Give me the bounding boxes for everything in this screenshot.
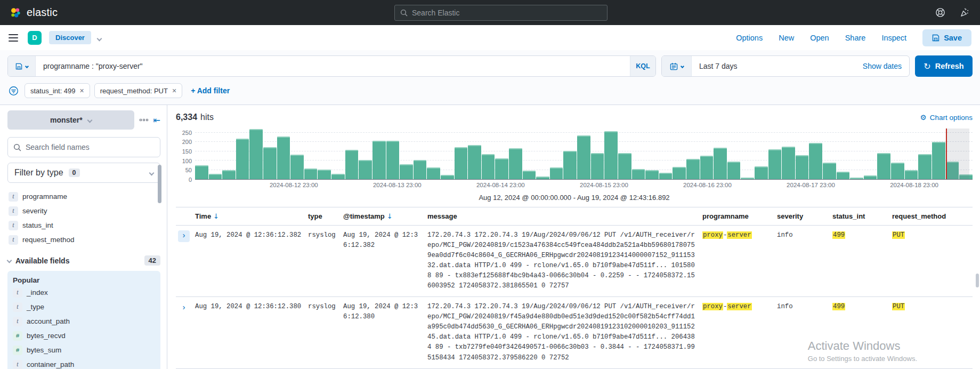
refresh-button[interactable]: ↻ Refresh	[915, 55, 973, 77]
column-header-request_method[interactable]: request_method	[892, 212, 972, 220]
sort-descending-icon[interactable]: ↓	[387, 212, 393, 220]
histogram-bar[interactable]	[550, 167, 563, 179]
nav-link-new[interactable]: New	[779, 34, 794, 42]
histogram-bar[interactable]	[837, 172, 850, 179]
histogram-bar[interactable]	[209, 174, 222, 179]
chart-options-button[interactable]: ⚙ Chart options	[920, 113, 973, 122]
field-item-_type[interactable]: t_type	[12, 300, 156, 314]
collapse-sidebar-icon[interactable]: ⇤	[153, 115, 160, 125]
histogram-bar[interactable]	[236, 139, 249, 179]
histogram-bar[interactable]	[318, 170, 331, 179]
field-item-_index[interactable]: t_index	[12, 285, 156, 300]
histogram-chart[interactable]: 050100150200250	[176, 129, 973, 180]
field-item-bytes_sum[interactable]: #bytes_sum	[12, 343, 156, 357]
histogram-bar[interactable]	[372, 141, 386, 179]
histogram-bar[interactable]	[345, 150, 359, 179]
histogram-bar[interactable]	[263, 147, 277, 179]
query-input[interactable]: programname : "proxy-server"	[36, 56, 630, 76]
query-language-button[interactable]: KQL	[630, 56, 655, 76]
expand-row-icon[interactable]: ›	[178, 302, 190, 314]
column-header-timestamp[interactable]: @timestamp↓	[343, 212, 427, 220]
remove-filter-icon[interactable]: ×	[172, 86, 176, 95]
histogram-bar[interactable]	[195, 165, 208, 179]
histogram-bar[interactable]	[509, 148, 522, 179]
histogram-bar[interactable]	[591, 153, 604, 179]
histogram-bar[interactable]	[768, 149, 782, 179]
column-header-time[interactable]: Time↓	[195, 212, 308, 220]
field-settings-icon[interactable]	[140, 119, 148, 121]
histogram-bar[interactable]	[563, 151, 577, 179]
histogram-bar[interactable]	[918, 154, 932, 179]
field-item-severity[interactable]: tseverity	[7, 204, 160, 218]
nav-link-inspect[interactable]: Inspect	[881, 34, 906, 42]
histogram-bar[interactable]	[618, 153, 631, 179]
histogram-bar[interactable]	[659, 173, 673, 179]
histogram-bar[interactable]	[796, 155, 809, 179]
nav-link-open[interactable]: Open	[810, 34, 829, 42]
sidebar-scrollbar[interactable]	[158, 165, 161, 203]
histogram-bar[interactable]	[782, 147, 795, 179]
histogram-bar[interactable]	[850, 178, 863, 179]
histogram-bar[interactable]	[400, 164, 413, 179]
global-search-input[interactable]: Search Elastic	[394, 5, 608, 21]
histogram-bar[interactable]	[864, 175, 877, 179]
histogram-bar[interactable]	[905, 170, 918, 179]
expand-row-icon[interactable]: ›	[178, 230, 190, 242]
table-scrollbar[interactable]	[976, 274, 979, 287]
histogram-bar[interactable]	[441, 175, 454, 179]
column-header-programname[interactable]: programname	[702, 212, 777, 220]
histogram-bar[interactable]	[714, 148, 727, 179]
histogram-bar[interactable]	[809, 143, 822, 179]
histogram-bar[interactable]	[686, 159, 700, 179]
histogram-bar[interactable]	[455, 147, 468, 179]
field-item-account_path[interactable]: taccount_path	[12, 314, 156, 328]
histogram-bar[interactable]	[468, 145, 481, 179]
remove-filter-icon[interactable]: ×	[80, 86, 84, 95]
histogram-bar[interactable]	[891, 163, 904, 179]
time-range-value[interactable]: Last 7 days	[692, 56, 855, 76]
add-filter-button[interactable]: + Add filter	[191, 86, 230, 95]
chevron-down-icon[interactable]	[98, 33, 101, 43]
histogram-bar[interactable]	[877, 153, 890, 179]
histogram-bar[interactable]	[536, 177, 549, 179]
histogram-bar[interactable]	[523, 171, 536, 179]
histogram-bar[interactable]	[932, 142, 945, 179]
filter-pill[interactable]: status_int: 499×	[25, 83, 90, 98]
field-item-request_method[interactable]: trequest_method	[7, 232, 160, 247]
news-feed-icon[interactable]	[959, 7, 970, 19]
help-icon[interactable]	[934, 7, 946, 19]
histogram-bar[interactable]	[604, 131, 618, 179]
date-quick-select-button[interactable]	[662, 56, 692, 76]
column-header-status_int[interactable]: status_int	[832, 212, 892, 220]
histogram-bar[interactable]	[277, 137, 290, 179]
field-item-programname[interactable]: tprogramname	[7, 189, 160, 204]
histogram-bar[interactable]	[386, 141, 400, 179]
breadcrumb-discover[interactable]: Discover	[49, 31, 91, 44]
histogram-bar[interactable]	[645, 170, 659, 179]
space-avatar[interactable]: D	[28, 31, 42, 45]
histogram-bar[interactable]	[331, 174, 345, 179]
filter-options-icon[interactable]	[7, 85, 19, 97]
histogram-bar[interactable]	[673, 167, 686, 179]
filter-pill[interactable]: request_method: PUT×	[94, 83, 182, 98]
histogram-bar[interactable]	[482, 154, 495, 179]
field-item-container_path[interactable]: tcontainer_path	[12, 357, 156, 369]
histogram-bar[interactable]	[700, 156, 714, 179]
histogram-bar[interactable]	[632, 169, 645, 179]
field-search-input[interactable]: Search field names	[7, 137, 160, 157]
plot-area[interactable]	[195, 129, 973, 180]
show-dates-button[interactable]: Show dates	[855, 56, 909, 76]
histogram-bar[interactable]	[290, 155, 304, 179]
field-item-bytes_recvd[interactable]: #bytes_recvd	[12, 328, 156, 343]
histogram-bar[interactable]	[741, 178, 754, 179]
index-pattern-selector[interactable]: monster*	[7, 110, 134, 130]
filter-by-type-dropdown[interactable]: Filter by type 0	[7, 163, 160, 183]
save-button[interactable]: Save	[922, 29, 971, 46]
saved-query-menu-button[interactable]	[8, 56, 36, 76]
histogram-bar[interactable]	[727, 162, 741, 179]
nav-link-share[interactable]: Share	[845, 34, 866, 42]
histogram-bar[interactable]	[304, 169, 318, 179]
available-fields-header[interactable]: Available fields 42	[7, 255, 160, 266]
histogram-bar[interactable]	[495, 158, 508, 179]
histogram-bar[interactable]	[755, 166, 768, 179]
